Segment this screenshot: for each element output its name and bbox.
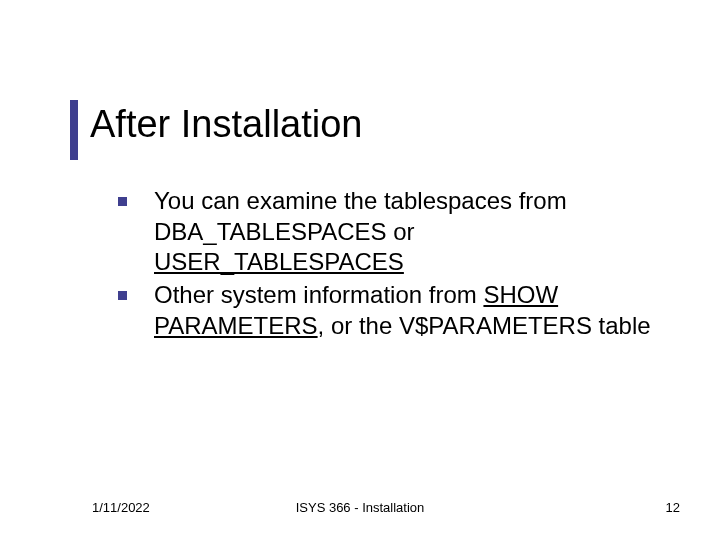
- bullet-text-pre: You can examine the tablespaces from DBA…: [154, 187, 567, 245]
- bullet-link[interactable]: USER_TABLESPACES: [154, 248, 404, 275]
- list-item: Other system information from SHOW PARAM…: [118, 280, 658, 341]
- slide-title: After Installation: [90, 103, 362, 146]
- footer-course: ISYS 366 - Installation: [0, 500, 720, 515]
- footer-page-number: 12: [666, 500, 680, 515]
- bullet-square-icon: [118, 291, 127, 300]
- list-item: You can examine the tablespaces from DBA…: [118, 186, 658, 278]
- title-accent-bar: [70, 100, 78, 160]
- slide-body: You can examine the tablespaces from DBA…: [118, 186, 658, 344]
- bullet-text-pre: Other system information from: [154, 281, 483, 308]
- bullet-text-post: , or the V$PARAMETERS table: [318, 312, 651, 339]
- bullet-list: You can examine the tablespaces from DBA…: [118, 186, 658, 342]
- slide: After Installation You can examine the t…: [0, 0, 720, 540]
- bullet-square-icon: [118, 197, 127, 206]
